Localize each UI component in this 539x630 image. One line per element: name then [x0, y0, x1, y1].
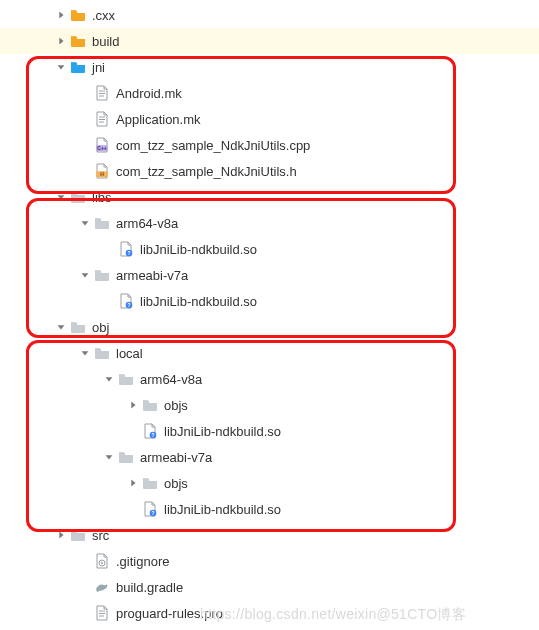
tree-row[interactable]: ? libJniLib-ndkbuild.so	[0, 418, 539, 444]
tree-row[interactable]: .gitignore	[0, 548, 539, 574]
tree-item-label: build	[92, 34, 119, 49]
svg-marker-26	[106, 455, 113, 459]
folder-icon	[118, 371, 134, 387]
tree-row[interactable]: Application.mk	[0, 106, 539, 132]
tree-item-label: arm64-v8a	[140, 372, 202, 387]
tree-row[interactable]: arm64-v8a	[0, 366, 539, 392]
tree-row[interactable]: armeabi-v7a	[0, 444, 539, 470]
folder-icon	[94, 215, 110, 231]
tree-item-label: proguard-rules.pro	[116, 606, 223, 621]
svg-text:H: H	[100, 171, 104, 177]
tree-row[interactable]: ? libJniLib-ndkbuild.so	[0, 496, 539, 522]
tree-row[interactable]: jni	[0, 54, 539, 80]
tree-item-label: .cxx	[92, 8, 115, 23]
svg-marker-0	[59, 12, 63, 19]
svg-marker-22	[106, 377, 113, 381]
svg-marker-21	[82, 351, 89, 355]
tree-row[interactable]: src	[0, 522, 539, 548]
tree-item-label: libJniLib-ndkbuild.so	[140, 294, 257, 309]
toggle-spacer	[126, 424, 140, 438]
tree-row[interactable]: ? libJniLib-ndkbuild.so	[0, 236, 539, 262]
chevron-right-icon[interactable]	[54, 8, 68, 22]
proguard-file-icon	[94, 605, 110, 621]
tree-row[interactable]: build.gradle	[0, 574, 539, 600]
svg-marker-2	[58, 65, 65, 69]
tree-item-label: Android.mk	[116, 86, 182, 101]
toggle-spacer	[102, 242, 116, 256]
chevron-right-icon[interactable]	[54, 34, 68, 48]
chevron-down-icon[interactable]	[102, 372, 116, 386]
tree-item-label: libJniLib-ndkbuild.so	[164, 424, 281, 439]
folder-icon	[70, 319, 86, 335]
folder-icon	[142, 475, 158, 491]
tree-item-label: jni	[92, 60, 105, 75]
tree-item-label: libJniLib-ndkbuild.so	[164, 502, 281, 517]
tree-row[interactable]: proguard-rules.pro	[0, 600, 539, 626]
svg-marker-13	[58, 195, 65, 199]
tree-row[interactable]: C++ com_tzz_sample_NdkJniUtils.cpp	[0, 132, 539, 158]
chevron-down-icon[interactable]	[78, 268, 92, 282]
tree-row[interactable]: armeabi-v7a	[0, 262, 539, 288]
toggle-spacer	[126, 502, 140, 516]
tree-item-label: .gitignore	[116, 554, 169, 569]
chevron-down-icon[interactable]	[54, 60, 68, 74]
folder-icon	[118, 449, 134, 465]
tree-item-label: libJniLib-ndkbuild.so	[140, 242, 257, 257]
chevron-right-icon[interactable]	[54, 528, 68, 542]
chevron-down-icon[interactable]	[78, 216, 92, 230]
tree-item-label: objs	[164, 476, 188, 491]
svg-text:?: ?	[127, 302, 130, 308]
tree-item-label: arm64-v8a	[116, 216, 178, 231]
chevron-down-icon[interactable]	[102, 450, 116, 464]
chevron-down-icon[interactable]	[54, 320, 68, 334]
so-file-icon: ?	[118, 241, 134, 257]
tree-row[interactable]: build	[0, 28, 539, 54]
tree-row[interactable]: Android.mk	[0, 80, 539, 106]
svg-marker-30	[59, 532, 63, 539]
folder-icon	[70, 7, 86, 23]
toggle-spacer	[78, 554, 92, 568]
svg-text:?: ?	[151, 510, 154, 516]
tree-row[interactable]: ? libJniLib-ndkbuild.so	[0, 288, 539, 314]
chevron-right-icon[interactable]	[126, 476, 140, 490]
toggle-spacer	[102, 294, 116, 308]
chevron-right-icon[interactable]	[126, 398, 140, 412]
folder-icon	[94, 267, 110, 283]
tree-item-label: com_tzz_sample_NdkJniUtils.cpp	[116, 138, 310, 153]
toggle-spacer	[78, 580, 92, 594]
tree-item-label: src	[92, 528, 109, 543]
chevron-down-icon[interactable]	[54, 190, 68, 204]
project-tree[interactable]: .cxx build jni Android.mk Application.mk…	[0, 0, 539, 630]
tree-row[interactable]: objs	[0, 392, 539, 418]
tree-item-label: Application.mk	[116, 112, 201, 127]
svg-marker-27	[131, 480, 135, 487]
folder-icon	[70, 59, 86, 75]
svg-text:?: ?	[127, 250, 130, 256]
tree-item-label: local	[116, 346, 143, 361]
svg-marker-20	[58, 325, 65, 329]
tree-row[interactable]: local	[0, 340, 539, 366]
tree-item-label: armeabi-v7a	[140, 450, 212, 465]
tree-item-label: libs	[92, 190, 112, 205]
tree-row[interactable]: objs	[0, 470, 539, 496]
tree-row[interactable]: H com_tzz_sample_NdkJniUtils.h	[0, 158, 539, 184]
tree-row[interactable]: .cxx	[0, 2, 539, 28]
so-file-icon: ?	[118, 293, 134, 309]
tree-item-label: armeabi-v7a	[116, 268, 188, 283]
folder-icon	[70, 189, 86, 205]
svg-text:?: ?	[151, 432, 154, 438]
chevron-down-icon[interactable]	[78, 346, 92, 360]
svg-marker-23	[131, 402, 135, 409]
tree-item-label: obj	[92, 320, 109, 335]
header-file-icon: H	[94, 163, 110, 179]
tree-row[interactable]: obj	[0, 314, 539, 340]
tree-row[interactable]: arm64-v8a	[0, 210, 539, 236]
text-file-icon	[94, 85, 110, 101]
tree-item-label: com_tzz_sample_NdkJniUtils.h	[116, 164, 297, 179]
tree-row[interactable]: libs	[0, 184, 539, 210]
toggle-spacer	[78, 606, 92, 620]
svg-text:C++: C++	[97, 145, 107, 151]
toggle-spacer	[78, 138, 92, 152]
folder-icon	[70, 33, 86, 49]
text-file-icon	[94, 111, 110, 127]
